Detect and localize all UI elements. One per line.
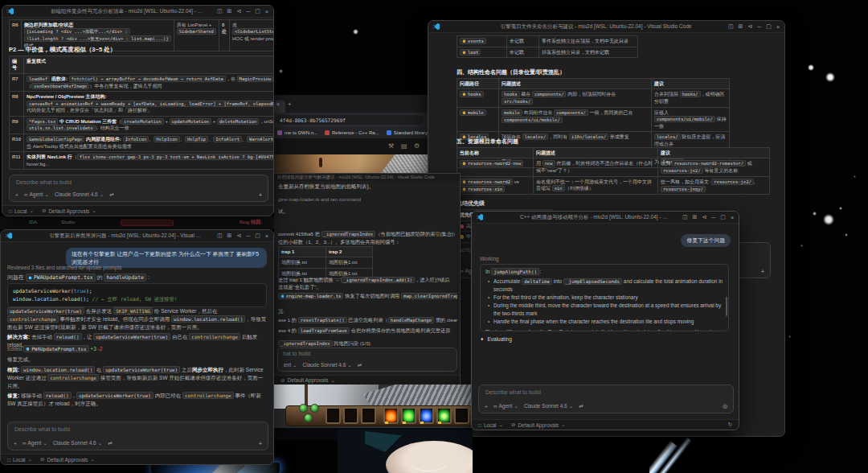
- desc-cell: 命名规则不统一：一个用游戏英文代号，一个用中文拼音缩写 xin（剑侠情缘）: [534, 176, 658, 194]
- tools-icon[interactable]: ⇄: [109, 191, 113, 198]
- minimize-button[interactable]: ─: [246, 233, 250, 239]
- table-row: R9 *Pages.tsx 中 CRUD Mutation 三件套（create…: [10, 116, 275, 134]
- model-selector[interactable]: Claude Sonnet 4.6 ⌄: [524, 403, 573, 409]
- tab-studio[interactable]: Studio: [61, 219, 75, 226]
- new-tab-icon[interactable]: +: [288, 101, 292, 108]
- grid-layout-icon[interactable]: ⊞: [227, 232, 232, 239]
- panel-layout-icon[interactable]: ◫: [217, 232, 223, 239]
- panel-layout-icon[interactable]: ◫: [682, 214, 688, 220]
- record-button[interactable]: ◎: [723, 403, 727, 409]
- cast-icon[interactable]: ⊲: [747, 23, 752, 30]
- minimize-button[interactable]: ─: [757, 24, 761, 30]
- chat-text-line: ase 4 的 loadTrapsFromSave 会把存档里保存的当前地图忽略…: [278, 327, 457, 335]
- p2-heading: P2 — 中价值，模式高度相似（3~5 处）: [9, 46, 116, 54]
- browser-window: × + 4f4d-8863-0b756572969f me to DWN.n..…: [274, 95, 428, 138]
- agent-selector[interactable]: ∞ Agent ⌄: [493, 403, 518, 409]
- minimize-button[interactable]: ─: [711, 215, 715, 220]
- events-table: events 未记载 事件系统独立挂在顶层，文档中无此目录 loot 未记载 掉…: [457, 35, 638, 58]
- titlebar[interactable]: 引擎更新后界面黑屏问题 - miu2d [WSL: Ubuntu-22.04] …: [1, 230, 273, 242]
- chevron-down-icon: ⌄: [569, 403, 573, 409]
- table-row: 地图切换.txt 地图切换1.txt: [279, 257, 373, 268]
- col-header: 建议: [652, 79, 730, 89]
- local-selector[interactable]: □ Local ⌄: [478, 422, 503, 428]
- close-button[interactable]: ×: [265, 233, 268, 239]
- user-message-bubble: 修复下这个问题: [681, 234, 731, 247]
- titlebar[interactable]: 存档读取问题分析与解决建议 - miu2d [WSL: Ubuntu-22.04…: [274, 174, 460, 181]
- model-selector[interactable]: Claude Sonnet 4.6 ⌄: [303, 362, 352, 368]
- background-ide-strip: IDA Studio Bug 根因:: [0, 216, 274, 229]
- bookmark-item[interactable]: me to DWN.n...: [277, 130, 317, 135]
- chat-input[interactable]: Describe what to build + ∞ Agent ⌄ Claud…: [478, 385, 734, 413]
- close-button[interactable]: ×: [265, 9, 268, 14]
- agent-icon: ∞: [24, 191, 28, 198]
- attach-button[interactable]: +: [761, 269, 764, 274]
- add-context-icon[interactable]: +: [14, 441, 17, 446]
- chat-input[interactable]: Describe what to build + ∞ Agent ⌄ Claud…: [7, 422, 268, 450]
- skill-slot-empty[interactable]: [326, 407, 341, 424]
- skill-slot-empty[interactable]: [454, 407, 469, 424]
- root-cause-paragraph: 根因: window.location.reload() 在 updateSer…: [7, 366, 267, 390]
- local-selector[interactable]: □ Local ⌄: [9, 208, 34, 214]
- approvals-selector[interactable]: ⊘ Default Approvals ⌄: [40, 456, 95, 463]
- maximize-button[interactable]: ▢: [720, 214, 726, 220]
- window-title: 存档读取问题分析与解决建议 - miu2d [WSL: Ubuntu-22.04…: [277, 175, 457, 180]
- chat-input[interactable]: hat to build ent ⌄ Claude Sonnet 4.6 ⌄ ⇄: [277, 348, 457, 372]
- chat-input[interactable]: Describe what to build + ∞ Agent ⌄ Claud…: [9, 175, 268, 202]
- attach-button[interactable]: +: [259, 441, 262, 446]
- tools-icon[interactable]: ⇄: [358, 362, 362, 368]
- wrench-icon[interactable]: ⚒: [388, 142, 394, 150]
- tools-icon[interactable]: ⇄: [108, 440, 112, 446]
- maximize-button[interactable]: ▢: [255, 8, 260, 14]
- agent-selector[interactable]: ∞ Agent ⌄: [24, 191, 49, 198]
- approvals-selector[interactable]: ⊘ Default Approvals ⌄: [42, 208, 96, 214]
- game-character: [319, 158, 322, 167]
- model-selector[interactable]: Claude Sonnet 4.6 ⌄: [55, 191, 104, 198]
- tab-ida[interactable]: IDA: [29, 219, 37, 226]
- shield-icon: ⊘: [280, 377, 285, 384]
- scrollbar-thumb[interactable]: [726, 297, 727, 316]
- panel-layout-icon[interactable]: ◫: [217, 8, 223, 14]
- cast-icon[interactable]: ⊲: [702, 214, 706, 220]
- chevron-down-icon: ⌄: [347, 362, 351, 368]
- model-selector[interactable]: Claude Sonnet 4.6 ⌄: [53, 440, 102, 446]
- address-bar[interactable]: 4f4d-8863-0b756572969f: [276, 115, 424, 125]
- bookmark-item[interactable]: Reference - C++ Ra...: [325, 130, 379, 135]
- maximize-button[interactable]: ▢: [766, 23, 772, 30]
- titlebar[interactable]: 引擎项目文件夹命名分析与建议 - miu2d [WSL: Ubuntu-22.0…: [428, 21, 784, 33]
- add-context-icon[interactable]: +: [15, 192, 18, 198]
- attach-button[interactable]: +: [259, 192, 262, 198]
- chevron-down-icon: ⌄: [498, 422, 502, 428]
- save-icon[interactable]: ▤: [401, 142, 407, 150]
- tab-close-icon[interactable]: ×: [276, 101, 280, 107]
- browser-toolbar: 4f4d-8863-0b756572969f: [274, 113, 428, 127]
- close-button[interactable]: ×: [731, 215, 734, 220]
- approvals-selector[interactable]: ⊘ Default Approvals ⌄: [280, 377, 335, 384]
- cast-icon[interactable]: ⊲: [236, 232, 241, 239]
- local-selector[interactable]: □ Local ⌄: [7, 456, 32, 463]
- panel-layout-icon[interactable]: ◫: [728, 23, 734, 30]
- bookmark-item[interactable]: Standard library - p...: [387, 130, 428, 135]
- titlebar[interactable]: 前端组件复杂性与冗余分析清单 - miu2d [WSL: Ubuntu-22.0…: [2, 6, 273, 18]
- close-button[interactable]: ×: [776, 24, 780, 30]
- titlebar[interactable]: C++ 动画播放与移动顺序分析 - miu2d [WSL: Ubuntu-22.…: [472, 212, 739, 224]
- gear-icon[interactable]: ⚙: [414, 142, 420, 150]
- pet-orb: [304, 413, 313, 422]
- grid-layout-icon[interactable]: ⊞: [227, 8, 232, 14]
- add-context-icon[interactable]: +: [485, 404, 488, 409]
- grid-layout-icon[interactable]: ⊞: [693, 214, 698, 220]
- col-header: 建议: [658, 148, 770, 158]
- grid-layout-icon[interactable]: ⊞: [739, 23, 743, 30]
- maximize-button[interactable]: ▢: [255, 232, 260, 239]
- minimize-button[interactable]: ─: [246, 9, 250, 14]
- agent-selector[interactable]: ∞ Agent ⌄: [23, 440, 47, 446]
- section-heading-5: 五、资源根目录命名问题: [457, 138, 518, 146]
- approvals-selector[interactable]: ⊘ Default Approvals ⌄: [511, 422, 566, 428]
- skill-slot-empty[interactable]: [361, 407, 376, 424]
- skill-slot-empty[interactable]: [343, 407, 358, 424]
- cast-icon[interactable]: ⊲: [236, 8, 241, 14]
- bokeh-dot: [800, 245, 803, 247]
- table-row: R10 GameGlobalConfigPage 内局部通用组件: InfoIc…: [10, 134, 275, 152]
- agent-selector[interactable]: ent ⌄: [284, 362, 297, 368]
- tools-icon[interactable]: ⇄: [579, 403, 583, 409]
- edited-file-line[interactable]: Edited PWAUpdatePrompt.tsx +3 -2: [7, 345, 102, 353]
